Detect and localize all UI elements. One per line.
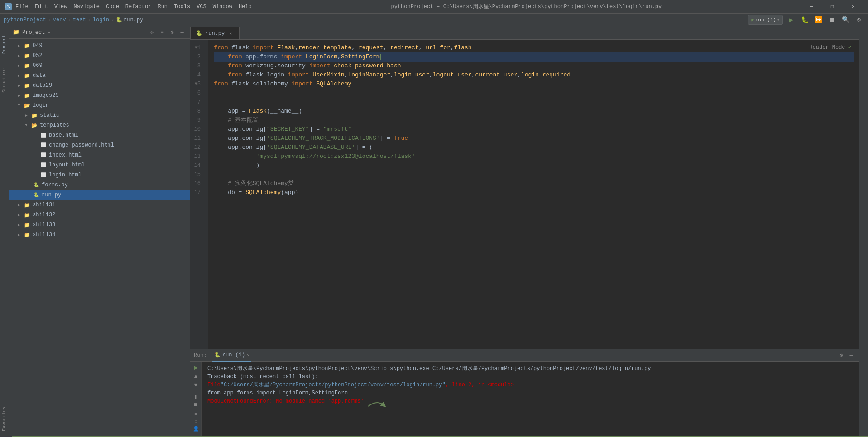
stop-button[interactable]: ⏹ <box>826 14 837 25</box>
settings-panel-button[interactable]: ⚙ <box>168 28 176 37</box>
panel-close-button[interactable]: — <box>847 352 855 360</box>
window-controls[interactable]: — ❐ ✕ <box>801 0 863 14</box>
close-button[interactable]: ✕ <box>843 0 863 14</box>
tree-item-shili32[interactable]: ▶ 📁 shili32 <box>9 210 190 220</box>
code-content[interactable]: from flask import Flask,render_template,… <box>208 40 859 349</box>
menu-window[interactable]: Window <box>213 4 232 10</box>
tree-item-login[interactable]: ▼ 📂 login <box>9 100 190 110</box>
code-line-6 <box>214 89 854 98</box>
panel-title-label: 📁 Project ▾ <box>13 29 50 36</box>
bc-pythonproject[interactable]: pythonProject <box>4 17 46 23</box>
menu-help[interactable]: Help <box>239 4 252 10</box>
run-ctrl-pause[interactable]: ⏸ <box>192 394 201 400</box>
tree-item-069[interactable]: ▶ 📁 069 <box>9 61 190 71</box>
reader-mode-badge[interactable]: Reader Mode ✓ <box>809 43 852 51</box>
menu-refactor[interactable]: Refactor <box>125 4 152 10</box>
html-file-icon: ⬜ <box>40 132 47 139</box>
bc-venv[interactable]: venv <box>53 17 66 23</box>
code-editor[interactable]: ▼ 1 2 3 4 ▼ 5 6 7 8 9 1 <box>190 40 859 349</box>
run-ctrl-stop[interactable]: ⏹ <box>192 402 201 408</box>
run-ctrl-up[interactable]: ▲ <box>192 373 201 380</box>
left-tab-strip: Project Structure Favorites <box>0 26 9 437</box>
code-line-9: # 基本配置 <box>214 116 854 125</box>
tree-item-change-password-html[interactable]: ▶ ⬜ change_password.html <box>9 140 190 150</box>
code-line-1: from flask import Flask,render_template,… <box>214 43 854 52</box>
tree-item-run-py[interactable]: ▶ 🐍 run.py <box>9 190 190 200</box>
tree-item-index-html[interactable]: ▶ ⬜ index.html <box>9 150 190 160</box>
tree-item-049[interactable]: ▶ 📁 049 <box>9 41 190 51</box>
bottom-panel: Run: 🐍 run (1) ✕ ⚙ — <box>190 349 859 437</box>
cursor <box>380 54 381 60</box>
hide-panel-button[interactable]: — <box>178 28 186 37</box>
run-tab[interactable]: 🐍 run (1) ✕ <box>212 349 251 362</box>
run-ctrl-expand[interactable]: ↕ <box>192 418 201 424</box>
minimize-button[interactable]: — <box>801 0 822 14</box>
run-ctrl-run[interactable]: ▶ <box>192 364 201 371</box>
locate-button[interactable]: ◎ <box>148 28 156 37</box>
tab-close-button[interactable]: ✕ <box>227 30 234 37</box>
tree-item-layout-html[interactable]: ▶ ⬜ layout.html <box>9 160 190 170</box>
menu-vcs[interactable]: VCS <box>197 4 206 10</box>
run-button[interactable]: ▶ <box>786 14 796 25</box>
collapse-arrow: ▶ <box>16 43 22 48</box>
tree-item-052[interactable]: ▶ 📁 052 <box>9 51 190 61</box>
menu-bar[interactable]: File Edit View Navigate Code Refactor Ru… <box>15 4 252 10</box>
run-ctrl-filter[interactable]: ≡ <box>192 411 201 417</box>
bc-test[interactable]: test <box>73 17 86 23</box>
debug-button[interactable]: 🐛 <box>799 14 810 25</box>
run-config-button[interactable]: ▶ run (1) ▾ <box>748 15 783 25</box>
dropdown-arrow[interactable]: ▾ <box>48 30 50 35</box>
tab-favorites[interactable]: Favorites <box>0 401 9 437</box>
tree-item-data[interactable]: ▶ 📁 data <box>9 71 190 81</box>
menu-tools[interactable]: Tools <box>174 4 190 10</box>
run-tab-close[interactable]: ✕ <box>247 352 249 358</box>
dropdown-icon: ▾ <box>777 17 780 23</box>
search-button[interactable]: 🔍 <box>840 14 851 25</box>
run-label: Run: <box>194 352 207 359</box>
output-line-5: ModuleNotFoundError: No module named 'ap… <box>207 397 854 411</box>
tree-item-data29[interactable]: ▶ 📁 data29 <box>9 81 190 90</box>
coverage-button[interactable]: ⏩ <box>813 14 824 25</box>
py-icon: 🐍 <box>116 17 122 23</box>
collapse-arrow: ▶ <box>16 223 22 228</box>
collapse-all-button[interactable]: ≡ <box>158 28 166 37</box>
tree-item-static[interactable]: ▶ 📁 static <box>9 110 190 120</box>
tab-structure[interactable]: Structure <box>0 62 9 99</box>
tree-item-templates[interactable]: ▼ 📂 templates <box>9 120 190 130</box>
line-num-12: 12 <box>190 143 204 152</box>
tree-item-base-html[interactable]: ▶ ⬜ base.html <box>9 130 190 140</box>
bottom-tab-bar: Run: 🐍 run (1) ✕ ⚙ — <box>190 349 859 362</box>
settings-button[interactable]: ⚙ <box>854 14 864 25</box>
menu-file[interactable]: File <box>15 4 29 10</box>
menu-code[interactable]: Code <box>106 4 119 10</box>
tab-run-py[interactable]: 🐍 run.py ✕ <box>190 27 240 39</box>
tree-item-forms-py[interactable]: ▶ 🐍 forms.py <box>9 180 190 190</box>
editor-container: ▼ 1 2 3 4 ▼ 5 6 7 8 9 1 <box>190 40 859 349</box>
tree-item-images29[interactable]: ▶ 📁 images29 <box>9 90 190 100</box>
run-ctrl-user[interactable]: 👤 <box>192 426 201 432</box>
bc-login[interactable]: login <box>93 17 109 23</box>
app-icon: PC <box>5 3 12 10</box>
html-file-icon: ⬜ <box>40 152 47 159</box>
window-title: pythonProject – C:\Users\周水星\PycharmProj… <box>391 3 662 10</box>
line-num-7: 7 <box>190 98 204 107</box>
tab-project[interactable]: Project <box>0 26 9 62</box>
tree-item-shili31[interactable]: ▶ 📁 shili31 <box>9 200 190 210</box>
bottom-panel-actions: ⚙ — <box>837 352 855 360</box>
folder-icon: 📁 <box>24 221 31 228</box>
tree-item-shili34[interactable]: ▶ 📁 shili34 <box>9 230 190 240</box>
menu-edit[interactable]: Edit <box>35 4 48 10</box>
run-ctrl-down[interactable]: ▼ <box>192 382 201 389</box>
menu-run[interactable]: Run <box>158 4 168 10</box>
traceback-link[interactable]: "C:/Users/周水星/PycharmProjects/pythonProj… <box>221 381 446 389</box>
code-line-12: app.config['SQLALCHEMY_DATABASE_URI'] = … <box>214 143 854 152</box>
menu-view[interactable]: View <box>54 4 67 10</box>
maximize-button[interactable]: ❐ <box>822 0 843 14</box>
title-bar-left: PC File Edit View Navigate Code Refactor… <box>5 3 252 10</box>
tree-item-shili33[interactable]: ▶ 📁 shili33 <box>9 220 190 230</box>
collapse-arrow: ▶ <box>16 203 22 208</box>
tree-item-login-html[interactable]: ▶ ⬜ login.html <box>9 170 190 180</box>
panel-settings-button[interactable]: ⚙ <box>837 352 845 360</box>
menu-navigate[interactable]: Navigate <box>73 4 100 10</box>
code-line-17: db = SQLAlchemy(app) <box>214 188 854 197</box>
